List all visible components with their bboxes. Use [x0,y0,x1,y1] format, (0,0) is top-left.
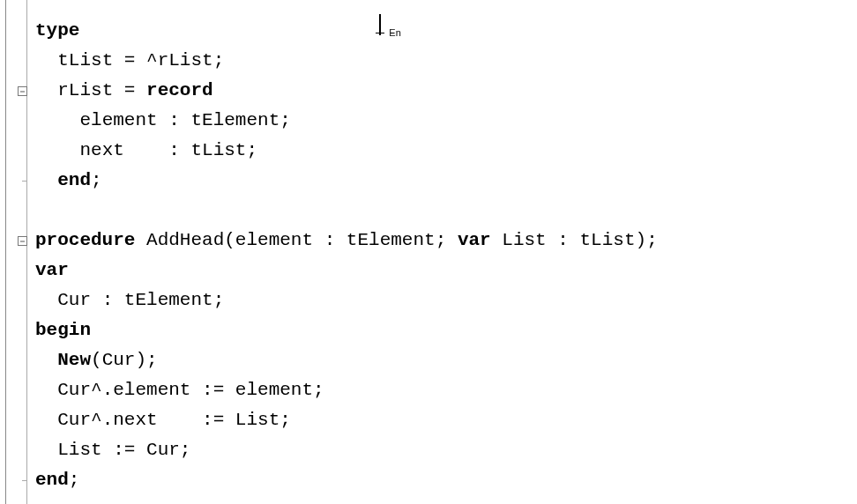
keyword-token: type [35,20,79,41]
code-token: next : tList; [79,140,257,160]
fold-collapse-icon[interactable] [18,86,27,96]
fold-collapse-icon[interactable] [18,236,27,246]
keyword-token: begin [35,320,91,340]
code-line[interactable]: end; [35,465,850,495]
code-line[interactable]: begin [35,315,850,345]
code-token: element : tElement; [79,110,290,130]
code-line[interactable]: Cur^.element := element; [35,375,850,405]
keyword-token: end [57,170,91,190]
code-line[interactable]: end; [35,166,850,196]
fold-end-tick-icon [22,181,27,182]
keyword-token: procedure [35,230,135,250]
keyword-token: end [35,470,69,490]
code-line[interactable]: var [35,256,850,285]
code-line[interactable]: procedure AddHead(element : tElement; va… [35,226,850,256]
keyword-token: record [146,80,213,100]
code-line[interactable]: element : tElement; [35,106,850,136]
code-line[interactable]: tList = ^rList; [35,46,850,76]
code-line[interactable]: rList = record [35,76,850,106]
code-token: List := Cur; [57,440,190,460]
code-line[interactable]: Cur^.next := List; [35,405,850,435]
code-token: ; [69,470,80,490]
code-line[interactable]: type [35,16,850,46]
code-token: List : tList); [491,230,658,250]
gutter-outer-line [5,0,6,504]
fold-end-tick-icon [22,480,27,481]
keyword-token: New [57,350,91,370]
code-line[interactable]: next : tList; [35,136,850,166]
code-line[interactable] [35,196,850,226]
code-token: rList = [57,80,146,100]
code-line[interactable]: List := Cur; [35,435,850,465]
code-token: tList = ^rList; [57,50,224,70]
gutter [0,0,30,504]
code-token: (Cur); [91,350,158,370]
keyword-token: var [35,260,69,280]
code-line[interactable]: New(Cur); [35,345,850,375]
gutter-inner-line [26,0,27,504]
code-area[interactable]: type tList = ^rList; rList = record elem… [35,16,850,495]
code-token: AddHead(element : tElement; [135,230,457,250]
keyword-token: var [458,230,491,250]
code-token: Cur^.element := element; [57,380,324,400]
code-token: Cur : tElement; [57,290,224,310]
code-token: ; [91,170,102,190]
code-line[interactable]: Cur : tElement; [35,285,850,315]
code-token: Cur^.next := List; [57,410,291,430]
